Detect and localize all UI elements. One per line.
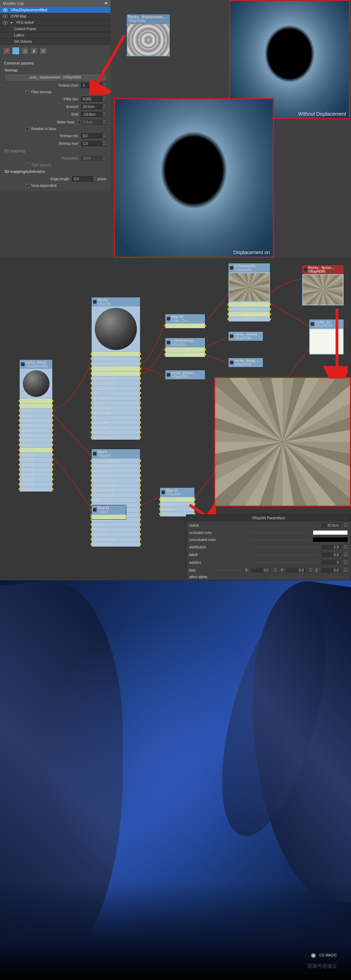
connector-dot[interactable] [139,474,141,477]
connector-dot[interactable] [139,407,141,409]
node-slot[interactable]: Diffuse map [92,458,140,463]
param-view-dependent[interactable]: View-dependent [4,183,106,189]
param-value[interactable]: 0.0 [286,568,306,573]
connector-dot[interactable] [91,392,93,394]
connector-dot[interactable] [51,488,53,490]
connector-dot[interactable] [91,479,93,481]
connector-dot[interactable] [91,363,93,365]
color-swatch[interactable] [313,537,348,542]
node-slot[interactable]: Coat 6 [20,428,52,433]
node-glossiness[interactable]: rocky_glossi...VRayHDRI [165,370,205,380]
node-slot[interactable]: GTR tail falloff [92,430,140,435]
connector-dot[interactable] [91,494,93,496]
connector-dot[interactable] [139,358,141,360]
connector-dot[interactable] [51,419,53,422]
node-slot[interactable]: Fog color [92,420,140,425]
connector-dot[interactable] [19,454,21,456]
connector-dot[interactable] [139,402,141,404]
connector-dot[interactable] [51,434,53,436]
spinner[interactable] [102,141,106,146]
connector-dot[interactable] [19,405,21,407]
connector-dot[interactable] [139,368,141,369]
texmap-min-input[interactable] [81,133,102,138]
node-slot[interactable]: Anisotropy [92,410,140,415]
connector-dot[interactable] [91,484,93,486]
node-slot[interactable]: Blend 5 [20,467,52,472]
connector-dot[interactable] [269,318,271,320]
connector-dot[interactable] [19,424,21,426]
connector-dot[interactable] [19,463,21,466]
connector-dot[interactable] [139,412,141,414]
spinner[interactable] [102,133,106,138]
node-slot[interactable]: Layer 1 [228,302,270,307]
connector-dot[interactable] [269,303,271,305]
connector-dot[interactable] [227,318,230,320]
connector-dot[interactable] [139,460,141,462]
connector-dot[interactable] [139,484,141,486]
node-slot-map[interactable]: Map [165,323,205,328]
delete-button[interactable]: 🗑 [30,47,38,55]
panel-menu-icon[interactable]: ⋮ [344,516,348,520]
node-slot[interactable]: Refract map [92,361,140,366]
connector-dot[interactable] [91,426,93,428]
connector-dot[interactable] [51,400,53,402]
connector-dot[interactable] [227,308,230,310]
connector-dot[interactable] [51,483,53,485]
connector-dot[interactable] [91,543,93,545]
connector-dot[interactable] [19,400,21,402]
node-normalmap[interactable]: k Normalmap...VRayNor... Normal map Bump… [165,338,205,357]
node-slot[interactable]: IOR [92,498,140,503]
configure-button[interactable]: ☰ [39,47,47,55]
connector-dot[interactable] [204,325,206,327]
connector-dot[interactable] [193,498,196,500]
connector-dot[interactable] [91,402,93,404]
connector-dot[interactable] [139,533,141,535]
node-slot[interactable]: Coat 8 [20,438,52,442]
node-slot[interactable]: Base [20,398,52,403]
connector-dot[interactable] [19,449,21,451]
connector-dot[interactable] [91,422,93,423]
node-slot[interactable]: Refl. gloss. [92,371,140,376]
connector-dot[interactable] [19,488,21,490]
connector-dot[interactable] [139,387,141,389]
connector-dot[interactable] [19,429,21,431]
modifier-item-vraydisplacement[interactable]: VRayDisplacementMod [0,7,110,13]
param-value[interactable]: 20.0cm [322,523,341,528]
param-value[interactable]: 0.0 [322,553,341,557]
node-slot[interactable]: An. [92,522,140,527]
connector-dot[interactable] [51,449,53,451]
checkbox-icon[interactable] [77,120,81,124]
param-value[interactable]: 0.0 [251,568,271,573]
connector-dot[interactable] [51,439,53,441]
connector-dot[interactable] [139,372,141,374]
connector-dot[interactable] [139,363,141,365]
connector-dot[interactable] [51,463,53,466]
connector-dot[interactable] [125,516,127,518]
connector-dot[interactable] [139,519,141,521]
node-slot[interactable]: Blend 3 [20,457,52,462]
checkbox-icon[interactable] [25,90,29,94]
spinner[interactable] [102,111,106,117]
checkbox-icon[interactable] [25,184,29,188]
node-slot[interactable]: Translucency [92,493,140,498]
connector-dot[interactable] [139,431,141,433]
node-slot[interactable]: An. [92,415,140,420]
node-rocky-noise[interactable]: Rocky_ Noise...VRayHDRI [302,265,344,306]
connector-dot[interactable] [139,465,141,467]
connector-dot[interactable] [91,516,93,518]
node-slot[interactable]: Diffuse map [92,351,140,356]
connector-dot[interactable] [91,407,93,409]
connector-dot[interactable] [19,439,21,441]
connector-dot[interactable] [139,436,141,438]
node-slot[interactable]: Fog color [92,527,140,532]
connector-dot[interactable] [51,409,53,412]
connector-dot[interactable] [19,483,21,485]
connector-dot[interactable] [139,504,141,506]
connector-dot[interactable] [139,543,141,545]
node-displacement-map[interactable]: Rocky_ displacemen... VRayHDRI [126,14,170,57]
node-slot[interactable]: Coat 9 [20,442,52,447]
node-slot[interactable]: Bump map [165,352,205,357]
connector-dot[interactable] [139,382,141,384]
spinner[interactable] [102,96,106,102]
spinner[interactable] [102,104,106,110]
